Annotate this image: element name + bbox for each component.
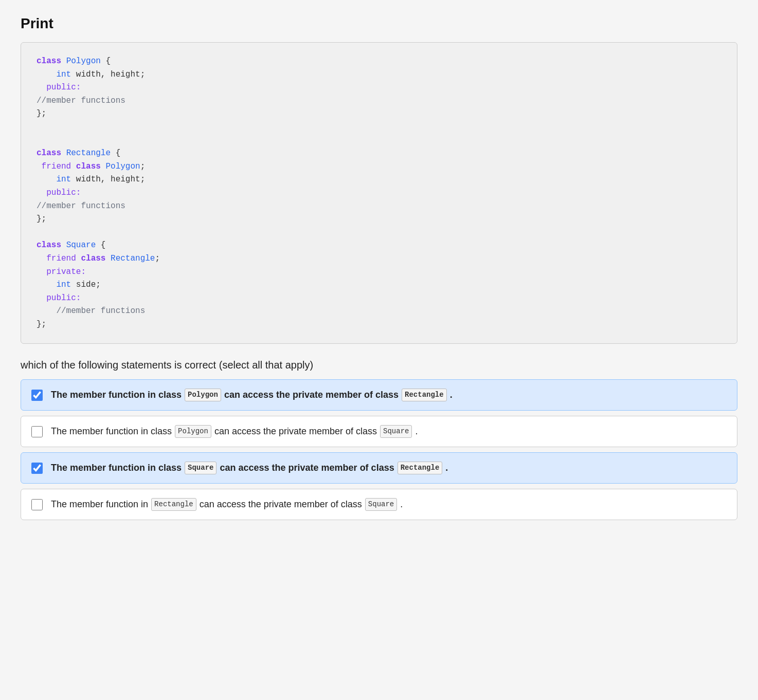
checkbox-3[interactable] [31, 463, 43, 474]
page-title: Print [21, 15, 737, 32]
option-4[interactable]: The member function in Rectangle can acc… [21, 489, 737, 520]
option-4-text: The member function in Rectangle can acc… [51, 498, 403, 511]
option-1[interactable]: The member function in class Polygon can… [21, 379, 737, 411]
options-list: The member function in class Polygon can… [21, 379, 737, 520]
question-text: which of the following statements is cor… [21, 359, 737, 371]
option-3[interactable]: The member function in class Square can … [21, 452, 737, 484]
checkbox-4[interactable] [31, 499, 43, 510]
checkbox-2[interactable] [31, 426, 43, 437]
code-block: class Polygon { int width, height; publi… [21, 42, 737, 344]
option-3-text: The member function in class Square can … [51, 461, 448, 475]
option-2-text: The member function in class Polygon can… [51, 425, 418, 438]
checkbox-1[interactable] [31, 390, 43, 401]
option-2[interactable]: The member function in class Polygon can… [21, 416, 737, 447]
option-1-text: The member function in class Polygon can… [51, 388, 453, 402]
